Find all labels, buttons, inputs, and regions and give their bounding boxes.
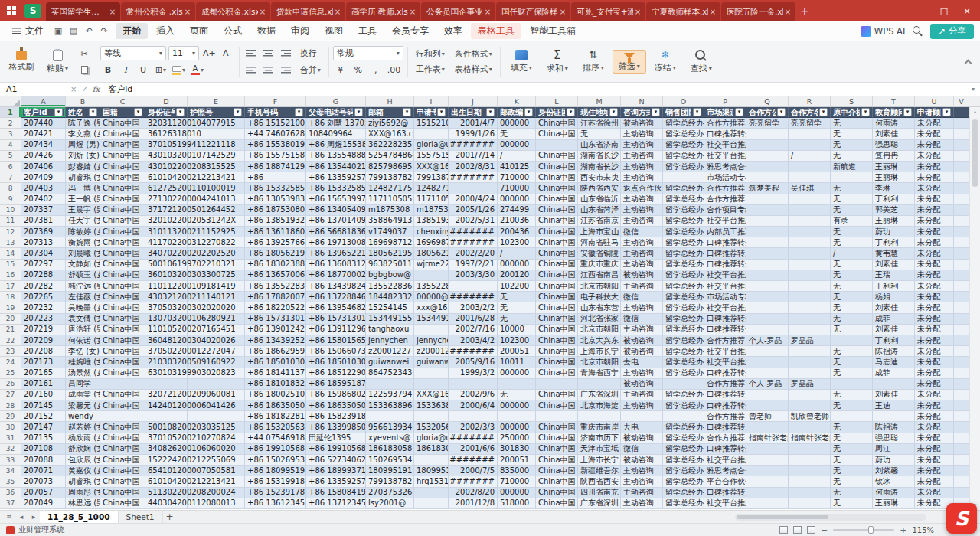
cell[interactable]: China中国 bbox=[536, 260, 578, 270]
cell[interactable]: 207208 bbox=[21, 346, 66, 357]
cell[interactable]: China中国 bbox=[100, 498, 145, 509]
cell[interactable]: 主动咨询 bbox=[621, 325, 663, 335]
cell[interactable]: jennychen bbox=[366, 335, 414, 346]
cell[interactable]: 207135 bbox=[21, 433, 66, 444]
cell[interactable]: +86 52734062 bbox=[306, 455, 366, 466]
header-cell-V1[interactable] bbox=[954, 107, 969, 118]
cell[interactable] bbox=[188, 270, 245, 281]
cell[interactable] bbox=[954, 129, 969, 139]
cell[interactable] bbox=[954, 488, 969, 498]
cell[interactable] bbox=[536, 140, 578, 151]
cell[interactable]: gloria@uk bbox=[414, 140, 449, 151]
cell[interactable]: 曾老师 bbox=[746, 411, 789, 422]
cell[interactable]: 未分配 bbox=[915, 335, 954, 346]
row-header-29[interactable]: 29 bbox=[0, 411, 21, 422]
cell[interactable] bbox=[746, 248, 789, 259]
cell[interactable]: 王丽琳 bbox=[873, 162, 915, 172]
cell[interactable]: China中国 bbox=[100, 422, 145, 433]
cell[interactable]: 186183058 bbox=[366, 444, 414, 455]
cell[interactable]: +86 18501030 bbox=[306, 357, 366, 368]
file-tab[interactable]: 公务员国企事业单...× bbox=[421, 2, 495, 21]
cell[interactable]: 未分配 bbox=[915, 346, 954, 357]
wps-ai-button[interactable]: WPS AI bbox=[861, 26, 906, 37]
cell[interactable] bbox=[954, 237, 969, 248]
normal-view-icon[interactable] bbox=[779, 526, 788, 534]
cell[interactable]: China中国 bbox=[100, 335, 145, 346]
column-header-L[interactable]: L bbox=[536, 96, 578, 106]
row-header-32[interactable]: 32 bbox=[0, 444, 21, 455]
cell[interactable]: 无 bbox=[831, 281, 873, 292]
header-cell-N1[interactable]: 咨询方式▾ bbox=[621, 107, 663, 118]
cell[interactable]: 186183058 bbox=[414, 444, 449, 455]
cell[interactable] bbox=[188, 302, 245, 313]
cell[interactable]: 110112200109181419 bbox=[145, 281, 188, 292]
cell[interactable]: 口碑推荐转介 bbox=[704, 368, 746, 379]
cell[interactable]: 陕西省西安 bbox=[578, 183, 621, 194]
cell[interactable]: 指南针张老师 bbox=[746, 433, 789, 444]
cell[interactable]: 2000/7/5 bbox=[449, 466, 498, 476]
cell[interactable]: +86 周煜155380 bbox=[306, 140, 366, 151]
cell[interactable]: 主动咨询 bbox=[621, 140, 663, 151]
filter-icon[interactable]: ▾ bbox=[903, 108, 912, 116]
row-header-2[interactable]: 2 bbox=[0, 118, 21, 129]
cell[interactable] bbox=[789, 455, 831, 466]
cell[interactable]: 返点合作伙伴 bbox=[621, 183, 663, 194]
cell[interactable]: China中国 bbox=[536, 292, 578, 302]
cell[interactable]: 彭睿婧 (女 bbox=[66, 162, 100, 172]
filter-icon[interactable]: ▾ bbox=[777, 108, 786, 116]
cell[interactable]: 207165 bbox=[21, 368, 66, 379]
cell[interactable]: +86 19713008 bbox=[306, 237, 366, 248]
page-layout-view-icon[interactable] bbox=[793, 526, 802, 534]
cell[interactable] bbox=[954, 183, 969, 194]
cell[interactable]: 未分配 bbox=[915, 390, 954, 400]
cell[interactable]: 207223 bbox=[21, 314, 66, 325]
cell[interactable]: 153205635 bbox=[414, 422, 449, 433]
cell[interactable]: +86 13701409 bbox=[306, 216, 366, 227]
cell[interactable]: 184482332 bbox=[366, 292, 414, 302]
cell[interactable]: 138519326 bbox=[414, 216, 449, 227]
cell[interactable]: 2002/3/3 bbox=[449, 422, 498, 433]
cell[interactable] bbox=[789, 325, 831, 335]
cell[interactable]: +86 13901242 bbox=[245, 325, 306, 335]
cell[interactable]: China中国 bbox=[536, 400, 578, 411]
cell[interactable]: 山东省济南 bbox=[578, 140, 621, 151]
cell[interactable]: China中国 bbox=[536, 237, 578, 248]
cell[interactable] bbox=[188, 368, 245, 379]
cell[interactable] bbox=[746, 346, 789, 357]
cell[interactable]: 主动咨询 bbox=[621, 216, 663, 227]
cell[interactable]: 社交平台推广 bbox=[704, 140, 746, 151]
cell[interactable] bbox=[789, 216, 831, 227]
row-header-33[interactable]: 33 bbox=[0, 455, 21, 466]
cell[interactable]: 无 bbox=[831, 400, 873, 411]
cell[interactable] bbox=[188, 237, 245, 248]
cell[interactable]: 口碑推荐转介 bbox=[704, 248, 746, 259]
cell[interactable]: 340826200106060020 bbox=[145, 444, 188, 455]
cell[interactable]: 无 bbox=[831, 368, 873, 379]
cell[interactable] bbox=[789, 302, 831, 313]
cell[interactable]: +86 13439252 bbox=[245, 335, 306, 346]
cell[interactable]: +86 15026953 bbox=[245, 455, 306, 466]
cell[interactable] bbox=[746, 314, 789, 325]
cell[interactable]: +86 13399850 bbox=[306, 422, 366, 433]
cell[interactable]: / bbox=[831, 248, 873, 259]
cell[interactable]: 留学总经办 bbox=[663, 368, 704, 379]
column-header-Q[interactable]: Q bbox=[746, 96, 789, 106]
cell[interactable] bbox=[746, 162, 789, 172]
cell[interactable]: 430103200107142529 bbox=[145, 151, 188, 162]
cell[interactable]: China中国 bbox=[100, 194, 145, 205]
cell[interactable] bbox=[954, 260, 969, 270]
cell[interactable]: 合作方推荐 bbox=[704, 335, 746, 346]
cell[interactable]: +86 13925766 bbox=[245, 237, 306, 248]
row-header-34[interactable]: 34 bbox=[0, 466, 21, 476]
cell[interactable]: 被动咨询 bbox=[621, 379, 663, 390]
cell[interactable]: 207369 bbox=[21, 227, 66, 237]
cell[interactable]: 留学总经办 bbox=[663, 260, 704, 270]
cell[interactable]: 被动咨询 bbox=[621, 455, 663, 466]
cell[interactable]: 180995191 bbox=[366, 466, 414, 476]
cell[interactable]: 微信 bbox=[621, 292, 663, 302]
column-header-V[interactable]: V bbox=[954, 96, 969, 106]
column-header-E[interactable]: E bbox=[188, 96, 245, 106]
cell[interactable] bbox=[746, 140, 789, 151]
cell[interactable]: 陈祖涛 bbox=[873, 346, 915, 357]
row-header-30[interactable]: 30 bbox=[0, 422, 21, 433]
